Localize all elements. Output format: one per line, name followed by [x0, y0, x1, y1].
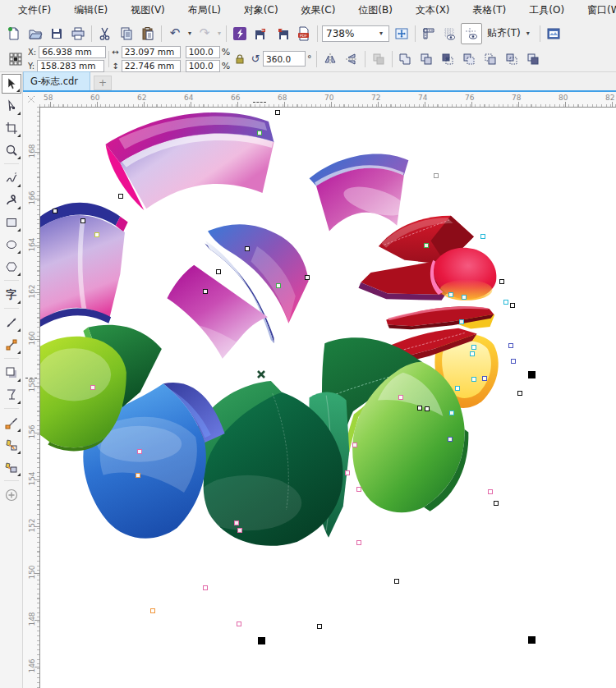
object-height-input[interactable]: 22.746 mm	[122, 60, 181, 72]
selection-node-handle[interactable]	[53, 209, 57, 213]
selection-node-handle[interactable]	[511, 359, 516, 364]
selection-node-handle[interactable]	[94, 232, 99, 237]
trim-button[interactable]	[416, 48, 438, 70]
show-grid-button[interactable]	[439, 23, 461, 44]
freehand-tool[interactable]	[2, 168, 21, 188]
object-width-input[interactable]: 23.097 mm	[122, 46, 181, 58]
menu-item-6[interactable]: 位图(B)	[347, 1, 404, 20]
menu-item-9[interactable]: 工具(O)	[517, 1, 576, 20]
publish-pdf-button[interactable]: PDF	[293, 23, 315, 44]
selection-node-handle[interactable]	[275, 110, 280, 115]
scale-v-input[interactable]: 100.0	[186, 60, 220, 72]
menu-item-8[interactable]: 表格(T)	[462, 1, 518, 20]
selection-node-handle[interactable]	[356, 487, 361, 492]
selection-node-handle[interactable]	[80, 218, 85, 223]
selection-node-handle[interactable]	[136, 473, 140, 478]
selection-bound-handle[interactable]	[258, 637, 265, 644]
selection-node-handle[interactable]	[345, 470, 350, 475]
search-content-button[interactable]	[229, 23, 251, 44]
simplify-button[interactable]	[459, 48, 480, 70]
x-position-input[interactable]: 66.938 mm	[39, 46, 106, 58]
selection-node-handle[interactable]	[480, 234, 485, 239]
mirror-horizontal-button[interactable]	[319, 48, 341, 70]
menu-item-10[interactable]: 窗口(W)	[576, 1, 616, 20]
selection-node-handle[interactable]	[499, 279, 504, 284]
save-button[interactable]	[46, 23, 67, 44]
selection-node-handle[interactable]	[352, 443, 357, 447]
menu-item-0[interactable]: 文件(F)	[7, 1, 62, 20]
crop-tool[interactable]	[2, 118, 21, 138]
pick-tool[interactable]	[2, 74, 21, 94]
selection-node-handle[interactable]	[448, 292, 453, 297]
color-eyedropper-tool[interactable]	[2, 413, 21, 433]
lock-ratio-button[interactable]	[232, 48, 248, 70]
selection-node-handle[interactable]	[356, 540, 361, 545]
selection-node-handle[interactable]	[237, 621, 241, 626]
selection-bound-handle[interactable]	[528, 636, 536, 644]
paste-button[interactable]	[137, 23, 159, 44]
selection-node-handle[interactable]	[424, 243, 429, 248]
selection-node-handle[interactable]	[118, 194, 123, 199]
print-button[interactable]	[67, 23, 89, 44]
show-rulers-button[interactable]	[418, 23, 439, 44]
import-button[interactable]	[251, 23, 272, 44]
selection-node-handle[interactable]	[471, 377, 476, 382]
selection-node-handle[interactable]	[482, 376, 487, 381]
redo-dropdown[interactable]: ▾	[215, 30, 223, 37]
selection-node-handle[interactable]	[398, 395, 403, 400]
open-button[interactable]	[25, 23, 46, 44]
shape-tool[interactable]	[2, 96, 21, 116]
new-document-button[interactable]	[3, 23, 25, 44]
selection-bound-handle[interactable]	[528, 371, 536, 378]
selection-node-handle[interactable]	[455, 386, 460, 391]
smart-fill-tool[interactable]	[2, 457, 21, 477]
cut-button[interactable]	[94, 23, 116, 44]
combine-button-disabled[interactable]	[368, 48, 389, 70]
redo-button[interactable]: ↷	[194, 23, 215, 44]
snap-to-button[interactable]: 贴齐(T) ▾	[482, 24, 537, 43]
selection-node-handle[interactable]	[137, 449, 142, 454]
customize-toolbox-button[interactable]	[2, 485, 21, 505]
y-position-input[interactable]: 158.283 mm	[37, 60, 104, 72]
selection-node-handle[interactable]	[234, 521, 239, 525]
selection-node-handle[interactable]	[488, 489, 493, 494]
options-button[interactable]	[543, 23, 564, 44]
rotation-angle-input[interactable]: 360.0	[263, 51, 306, 67]
selection-node-handle[interactable]	[237, 528, 242, 533]
show-guidelines-button[interactable]	[461, 23, 482, 44]
selection-node-handle[interactable]	[471, 345, 476, 350]
artwork-logo[interactable]	[40, 108, 616, 688]
text-tool[interactable]: 字	[2, 285, 21, 305]
intersect-button[interactable]	[438, 48, 459, 70]
selection-node-handle[interactable]	[503, 300, 508, 305]
selection-node-handle[interactable]	[203, 289, 208, 294]
horizontal-ruler[interactable]: 58606264666870727476788082	[39, 92, 616, 108]
selection-node-handle[interactable]	[394, 579, 399, 584]
selection-node-handle[interactable]	[90, 385, 95, 390]
selection-node-handle[interactable]	[257, 131, 262, 135]
rectangle-tool[interactable]	[2, 213, 21, 232]
back-minus-front-button[interactable]	[502, 48, 523, 70]
selection-node-handle[interactable]	[216, 269, 221, 274]
new-tab-button[interactable]: +	[94, 76, 112, 90]
scale-h-input[interactable]: 100.0	[186, 46, 220, 58]
selection-node-handle[interactable]	[448, 437, 453, 442]
selection-node-handle[interactable]	[459, 319, 464, 324]
vertical-ruler[interactable]: 168166164162160158156154152150148146	[23, 107, 40, 688]
selection-node-handle[interactable]	[150, 608, 155, 613]
polygon-tool[interactable]	[2, 257, 21, 277]
selection-node-handle[interactable]	[508, 343, 513, 348]
mirror-vertical-button[interactable]	[341, 48, 362, 70]
connector-tool[interactable]	[2, 335, 21, 355]
selection-node-handle[interactable]	[434, 173, 439, 178]
selection-node-handle[interactable]	[470, 351, 475, 356]
document-tab-active[interactable]: G-标志.cdr	[23, 71, 90, 90]
selection-node-handle[interactable]	[494, 501, 499, 506]
selection-node-handle[interactable]	[425, 406, 430, 411]
ellipse-tool[interactable]	[2, 235, 21, 255]
fit-page-button[interactable]	[391, 23, 412, 44]
drop-shadow-tool[interactable]	[2, 363, 21, 383]
menu-item-2[interactable]: 视图(V)	[119, 1, 177, 20]
menu-item-5[interactable]: 效果(C)	[290, 1, 347, 20]
selection-node-handle[interactable]	[276, 283, 281, 288]
